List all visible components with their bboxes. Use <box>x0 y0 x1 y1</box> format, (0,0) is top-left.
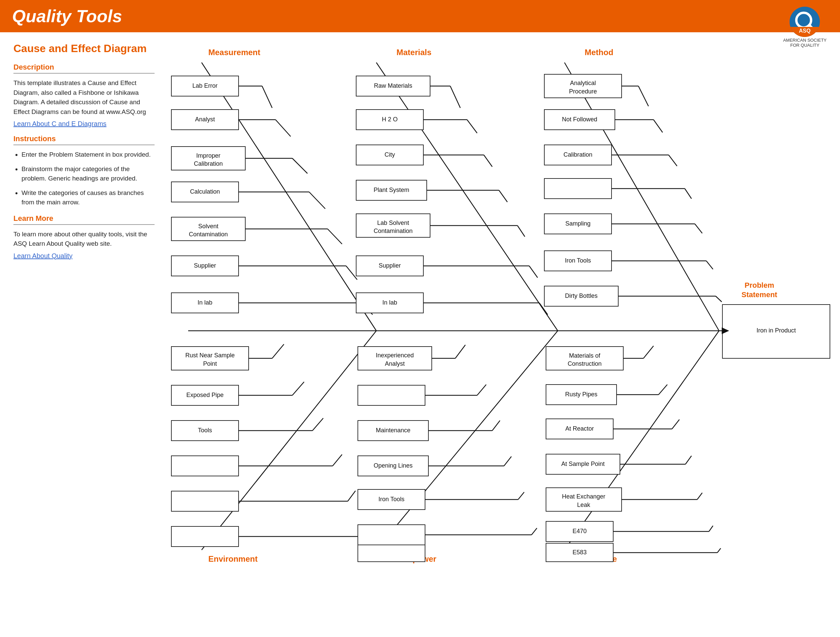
conn-analytical2 <box>638 86 649 106</box>
conn-rusty-pipes2 <box>658 384 667 395</box>
ce-diagrams-link[interactable]: Learn About C and E Diagrams <box>13 120 155 128</box>
box-man-empty2[interactable] <box>358 525 425 545</box>
conn-iron-tools-m2 <box>706 261 713 269</box>
cat-measurement: Measurement <box>208 48 261 57</box>
text-h2o: H 2 O <box>382 116 398 123</box>
text-rust-near1: Rust Near Sample <box>185 352 235 359</box>
text-analytical1: Analytical <box>570 80 596 86</box>
conn-not-followed2 <box>654 120 663 133</box>
text-supplier-m: Supplier <box>194 262 216 269</box>
header-bar: Quality Tools <box>0 0 840 32</box>
instruction-1: Enter the Problem Statement in box provi… <box>22 150 155 160</box>
cat-environment: Environment <box>208 554 258 563</box>
text-city: City <box>385 151 395 158</box>
text-improper-cal1: Improper <box>196 152 220 159</box>
main-layout: Cause and Effect Diagram Description Thi… <box>0 32 840 585</box>
text-raw-materials: Raw Materials <box>374 82 412 89</box>
text-lab-solvent1: Lab Solvent <box>377 220 409 226</box>
conn-e4702 <box>709 526 713 531</box>
text-improper-cal2: Calibration <box>194 160 223 167</box>
text-exposed-pipe: Exposed Pipe <box>186 392 223 398</box>
box-method-empty1[interactable] <box>544 179 611 199</box>
page-title: Quality Tools <box>12 6 122 26</box>
conn-env-empty12 <box>333 454 342 466</box>
quality-link[interactable]: Learn About Quality <box>13 252 155 260</box>
text-supplier-mat: Supplier <box>379 262 401 269</box>
text-lab-solvent2: Contamination <box>374 228 413 234</box>
conn-env-empty22 <box>348 491 355 501</box>
text-lab-error: Lab Error <box>192 82 217 89</box>
cat-method: Method <box>585 48 613 57</box>
page-subtitle: Cause and Effect Diagram <box>13 43 155 55</box>
conn-sampling2 <box>695 224 702 233</box>
conn-inexperienced2 <box>455 345 465 358</box>
text-sampling: Sampling <box>565 220 591 227</box>
text-at-sample-point: At Sample Point <box>561 460 605 467</box>
conn-method-empty12 <box>685 188 692 199</box>
conn-supplier-mat2 <box>529 266 538 278</box>
conn-city2 <box>484 155 492 167</box>
conn-rust-near2 <box>272 344 284 358</box>
diagram-area: Measurement Materials Method Environment… <box>168 43 840 575</box>
text-inexperienced2: Analyst <box>385 360 404 367</box>
sidebar: Cause and Effect Diagram Description Thi… <box>13 43 168 575</box>
conn-iron-tools-man2 <box>518 492 524 499</box>
box-env-empty2[interactable] <box>171 491 238 511</box>
description-text: This template illustrates a Cause and Ef… <box>13 78 155 117</box>
box-env-empty1[interactable] <box>171 456 238 476</box>
text-iron-tools-man: Iron Tools <box>378 496 404 503</box>
svg-text:ASQ: ASQ <box>799 28 811 33</box>
fishbone-diagram: Measurement Materials Method Environment… <box>168 43 840 574</box>
conn-tools2 <box>313 418 323 431</box>
text-inlab-m: In lab <box>197 299 212 306</box>
text-calculation: Calculation <box>190 188 220 195</box>
conn-exposed-pipe2 <box>292 382 304 395</box>
box-man-empty3[interactable] <box>358 545 425 562</box>
conn-lab-error2 <box>262 86 272 108</box>
conn-e5832 <box>717 548 721 553</box>
text-mat-construction2: Construction <box>567 360 602 367</box>
text-maintenance: Maintenance <box>376 427 410 434</box>
conn-analyst-m2 <box>276 120 291 136</box>
logo-name: AMERICAN SOCIETY <box>783 38 827 43</box>
logo-area: ASQ AMERICAN SOCIETY FOR QUALITY <box>783 7 827 48</box>
conn-plant-sys2 <box>499 190 507 202</box>
text-plant-system: Plant System <box>374 187 409 193</box>
conn-calibration2 <box>669 155 677 166</box>
conn-raw-mat2 <box>450 86 460 108</box>
text-e583: E583 <box>573 549 587 556</box>
cat-materials: Materials <box>396 48 431 57</box>
text-opening-lines: Opening Lines <box>374 462 413 469</box>
text-analytical2: Procedure <box>569 88 597 95</box>
conn-heat-exchanger2 <box>697 493 702 499</box>
text-dirty-bottles: Dirty Bottles <box>565 292 597 299</box>
learn-more-label: Learn More <box>13 214 155 225</box>
text-calibration: Calibration <box>564 151 592 158</box>
conn-at-reactor2 <box>672 419 679 429</box>
problem-box-text: Iron in Product <box>756 327 796 334</box>
text-rust-near2: Point <box>203 360 217 367</box>
text-heat-exchanger1: Heat Exchanger <box>562 493 605 500</box>
conn-at-sample-point2 <box>685 456 692 464</box>
conn-lab-solvent2 <box>518 226 525 237</box>
text-not-followed: Not Followed <box>562 116 597 123</box>
text-e470: E470 <box>573 528 587 534</box>
instructions-label: Instructions <box>13 134 155 145</box>
instruction-2: Brainstorm the major categories of the p… <box>22 164 155 183</box>
text-rusty-pipes: Rusty Pipes <box>565 391 597 398</box>
text-inexperienced1: Inexperienced <box>376 352 414 359</box>
text-solvent-cont2: Contamination <box>189 231 228 238</box>
text-inlab-mat: In lab <box>382 299 397 306</box>
conn-h2o2 <box>467 120 477 133</box>
conn-man-empty12 <box>477 384 486 395</box>
box-env-empty3[interactable] <box>171 526 238 547</box>
text-tools: Tools <box>198 427 212 434</box>
instructions-list: Enter the Problem Statement in box provi… <box>13 150 155 207</box>
conn-maintenance2 <box>492 420 500 431</box>
text-solvent-cont1: Solvent <box>198 223 218 229</box>
text-mat-construction1: Materials of <box>569 352 600 359</box>
box-man-empty1[interactable] <box>358 385 425 405</box>
conn-solvent-cont2 <box>328 229 342 244</box>
asq-logo-circle: ASQ <box>789 7 820 37</box>
problem-statement-label: Problem <box>745 281 774 289</box>
